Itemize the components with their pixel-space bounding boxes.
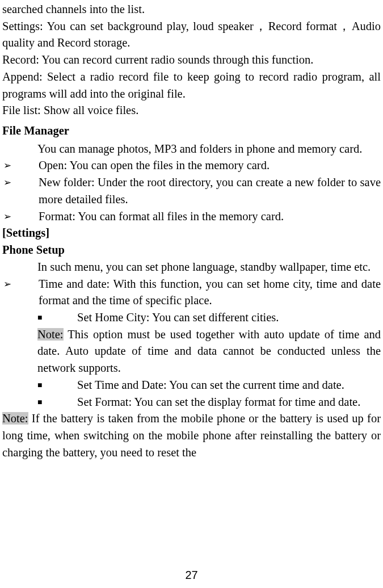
arrow-bullet-icon: ➢ [2,208,39,225]
list-item: ➢ New folder: Under the root directory, … [2,174,381,208]
settings-heading: [Settings] [2,225,381,242]
intro-line-4: Append: Select a radio record file to ke… [2,69,381,102]
square-bullet-icon: ■ [37,377,77,394]
intro-line-2: Settings: You can set background play, l… [2,18,381,52]
note-label: Note: [2,412,28,425]
phone-setup-list: ➢ Time and date: With this function, you… [2,276,381,411]
phone-setup-intro: In such menu, you can set phone language… [2,259,381,276]
square-bullet-icon: ■ [37,394,77,411]
file-manager-list: ➢ Open: You can open the files in the me… [2,157,381,225]
intro-line-1: searched channels into the list. [2,1,381,18]
list-item-text: Format: You can format all files in the … [39,208,381,225]
document-page: searched channels into the list. Setting… [0,0,383,588]
sub-list-item-text: Set Format: You can set the display form… [77,394,381,411]
file-manager-heading: File Manager [2,123,381,140]
sub-list-item: ■ Set Format: You can set the display fo… [2,394,381,411]
phone-setup-heading: Phone Setup [2,242,381,259]
list-item: ➢ Format: You can format all files in th… [2,208,381,225]
intro-line-5: File list: Show all voice files. [2,102,381,119]
square-bullet-icon: ■ [37,309,77,326]
note-text: This option must be used together with a… [37,328,381,374]
sub-list-item: ■ Set Time and Date: You can set the cur… [2,377,381,394]
note-row: Note: This option must be used together … [2,326,381,377]
note-label: Note: [37,328,64,341]
list-item-text: New folder: Under the root directory, yo… [39,174,381,208]
list-item-text: Time and date: With this function, you c… [39,276,381,309]
note-text: If the battery is taken from the mobile … [2,412,381,458]
intro-line-3: Record: You can record current radio sou… [2,52,381,69]
list-item: ➢ Time and date: With this function, you… [2,276,381,309]
sub-list-item-text: Set Time and Date: You can set the curre… [77,377,381,394]
file-manager-intro: You can manage photos, MP3 and folders i… [2,141,381,158]
arrow-bullet-icon: ➢ [2,157,39,174]
arrow-bullet-icon: ➢ [2,276,39,309]
sub-list-item: ■ Set Home City: You can set different c… [2,309,381,326]
list-item: ➢ Open: You can open the files in the me… [2,157,381,174]
list-item-text: Open: You can open the files in the memo… [39,157,381,174]
sub-list-item-text: Set Home City: You can set different cit… [77,309,381,326]
battery-note: Note: If the battery is taken from the m… [2,410,381,461]
page-number: 27 [0,567,383,583]
arrow-bullet-icon: ➢ [2,174,39,208]
